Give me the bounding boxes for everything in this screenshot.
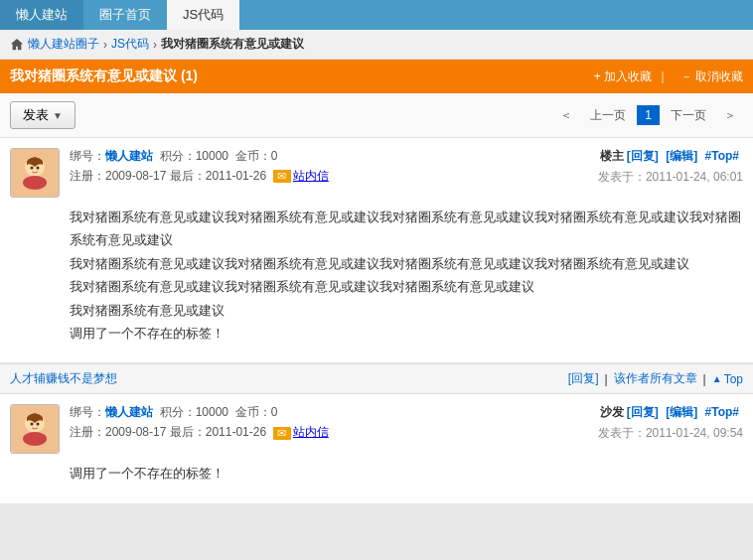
svg-point-9 xyxy=(23,432,47,446)
remove-bookmark-link[interactable]: － 取消收藏 xyxy=(680,70,743,83)
home-icon xyxy=(10,38,24,52)
prev-label: ＜ xyxy=(553,105,579,126)
prev-text[interactable]: 上一页 xyxy=(583,105,633,126)
top-nav: 懒人建站 圈子首页 JS代码 xyxy=(0,0,753,30)
footer-reply-link[interactable]: [回复] xyxy=(568,370,599,387)
footer-articles-link[interactable]: 该作者所有文章 xyxy=(614,370,697,387)
post-1-edit[interactable]: [编辑] xyxy=(666,149,697,163)
post-1-line4: 我对猪圈系统有意见或建议 xyxy=(70,299,743,322)
avatar-svg-2 xyxy=(11,405,59,453)
post-1: 绑号：懒人建站 积分：10000 金币：0 注册：2009-08-17 最后：2… xyxy=(0,138,753,363)
post-1-username[interactable]: 懒人建站 xyxy=(105,149,153,163)
pagination: ＜ 上一页 1 下一页 ＞ xyxy=(553,105,743,126)
post-button-arrow: ▼ xyxy=(53,110,63,121)
username-label-2: 绑号： xyxy=(70,405,105,419)
post-2-coins: 金币：0 xyxy=(235,405,278,419)
post-1-user-info: 绑号：懒人建站 积分：10000 金币：0 注册：2009-08-17 最后：2… xyxy=(70,148,329,185)
post-1-footer: 人才辅赚钱不是梦想 [回复] | 该作者所有文章 | ▲ Top xyxy=(0,363,753,394)
post-2: 绑号：懒人建站 积分：10000 金币：0 注册：2009-08-17 最后：2… xyxy=(0,394,753,503)
post-2-user-info: 绑号：懒人建站 积分：10000 金币：0 注册：2009-08-17 最后：2… xyxy=(70,404,329,441)
nav-item-bbs[interactable]: 圈子首页 xyxy=(83,0,167,30)
post-2-meta-right: 沙发 [回复] [编辑] #Top# 发表于：2011-01-24, 09:54 xyxy=(598,404,743,442)
username-label: 绑号： xyxy=(70,149,105,163)
post-2-message-link[interactable]: 站内信 xyxy=(293,425,329,439)
post-1-message-link[interactable]: 站内信 xyxy=(293,169,329,183)
post-2-time: 发表于：2011-01-24, 09:54 xyxy=(598,425,743,442)
post-2-line1: 调用了一个不存在的标签！ xyxy=(70,462,743,485)
thread-title: 我对猪圈系统有意见或建议 (1) xyxy=(10,68,198,85)
post-button-label: 发表 xyxy=(23,106,49,124)
top-label: Top xyxy=(724,372,743,386)
thread-actions: + 加入收藏 ｜ － 取消收藏 xyxy=(588,69,743,85)
post-1-line2: 我对猪圈系统有意见或建议我对猪圈系统有意见或建议我对猪圈系统有意见或建议我对猪圈… xyxy=(70,252,743,275)
next-text[interactable]: 下一页 xyxy=(664,105,713,126)
post-2-register: 注册：2009-08-17 最后：2011-01-26 站内信 xyxy=(70,424,329,441)
svg-point-7 xyxy=(31,423,34,426)
thread-header: 我对猪圈系统有意见或建议 (1) + 加入收藏 ｜ － 取消收藏 xyxy=(0,60,753,93)
post-1-register: 注册：2009-08-17 最后：2011-01-26 站内信 xyxy=(70,168,329,185)
post-1-content: 我对猪圈系统有意见或建议我对猪圈系统有意见或建议我对猪圈系统有意见或建议我对猪圈… xyxy=(70,206,743,345)
svg-point-2 xyxy=(31,167,34,170)
post-2-user: 绑号：懒人建站 积分：10000 金币：0 注册：2009-08-17 最后：2… xyxy=(10,404,329,454)
svg-point-4 xyxy=(23,176,47,190)
mail-icon-2[interactable] xyxy=(273,427,291,440)
post-2-score: 积分：10000 xyxy=(160,405,228,419)
mail-icon[interactable] xyxy=(273,170,291,183)
main-content: 我对猪圈系统有意见或建议 (1) + 加入收藏 ｜ － 取消收藏 发表 ▼ ＜ … xyxy=(0,60,753,504)
post-1-avatar xyxy=(10,148,60,198)
post-2-reply[interactable]: [回复] xyxy=(627,405,659,419)
post-2-content: 调用了一个不存在的标签！ xyxy=(70,462,743,485)
post-2-position: 沙发 [回复] [编辑] #Top# xyxy=(598,404,743,421)
breadcrumb-sep1: › xyxy=(103,38,107,52)
post-1-time: 发表于：2011-01-24, 06:01 xyxy=(598,169,743,186)
post-1-meta: 绑号：懒人建站 积分：10000 金币：0 注册：2009-08-17 最后：2… xyxy=(10,148,743,198)
post-1-top[interactable]: #Top# xyxy=(705,149,739,163)
post-1-reply[interactable]: [回复] xyxy=(627,149,659,163)
breadcrumb-current: 我对猪圈系统有意见或建议 xyxy=(161,36,304,53)
breadcrumb-sep2: › xyxy=(153,38,157,52)
post-1-line1: 我对猪圈系统有意见或建议我对猪圈系统有意见或建议我对猪圈系统有意见或建议我对猪圈… xyxy=(70,206,743,252)
post-1-meta-right: 楼主 [回复] [编辑] #Top# 发表于：2011-01-24, 06:01 xyxy=(598,148,743,186)
svg-point-3 xyxy=(37,167,40,170)
top-arrow-icon: ▲ xyxy=(712,373,722,384)
post-1-line5: 调用了一个不存在的标签！ xyxy=(70,322,743,345)
footer-sep: | xyxy=(604,372,607,386)
post-1-footer-left: 人才辅赚钱不是梦想 xyxy=(10,370,117,387)
post-1-score: 积分：10000 xyxy=(160,149,228,163)
post-2-avatar xyxy=(10,404,60,454)
next-label: ＞ xyxy=(717,105,743,126)
avatar-svg xyxy=(11,149,59,197)
add-bookmark-link[interactable]: + 加入收藏 xyxy=(594,70,652,83)
nav-item-js[interactable]: JS代码 xyxy=(167,0,239,30)
post-1-position: 楼主 [回复] [编辑] #Top# xyxy=(598,148,743,165)
breadcrumb-level2[interactable]: JS代码 xyxy=(111,36,149,53)
footer-left-link[interactable]: 人才辅赚钱不是梦想 xyxy=(10,371,117,385)
current-page: 1 xyxy=(637,105,660,125)
post-2-top[interactable]: #Top# xyxy=(705,405,739,419)
post-2-username[interactable]: 懒人建站 xyxy=(105,405,153,419)
footer-sep2: | xyxy=(703,372,706,386)
toolbar: 发表 ▼ ＜ 上一页 1 下一页 ＞ xyxy=(0,93,753,138)
post-1-coins: 金币：0 xyxy=(235,149,278,163)
nav-item-home[interactable]: 懒人建站 xyxy=(0,0,83,30)
breadcrumb: 懒人建站圈子 › JS代码 › 我对猪圈系统有意见或建议 xyxy=(0,30,753,60)
post-1-line3: 我对猪圈系统有意见或建议我对猪圈系统有意见或建议我对猪圈系统有意见或建议 xyxy=(70,275,743,298)
action-sep: ｜ xyxy=(657,70,672,83)
breadcrumb-home[interactable]: 懒人建站圈子 xyxy=(28,36,99,53)
post-1-footer-right: [回复] | 该作者所有文章 | ▲ Top xyxy=(568,370,743,387)
post-button[interactable]: 发表 ▼ xyxy=(10,101,75,129)
post-1-user: 绑号：懒人建站 积分：10000 金币：0 注册：2009-08-17 最后：2… xyxy=(10,148,329,198)
top-link[interactable]: ▲ Top xyxy=(712,372,743,386)
svg-point-8 xyxy=(37,423,40,426)
post-2-edit[interactable]: [编辑] xyxy=(666,405,697,419)
post-2-meta: 绑号：懒人建站 积分：10000 金币：0 注册：2009-08-17 最后：2… xyxy=(10,404,743,454)
